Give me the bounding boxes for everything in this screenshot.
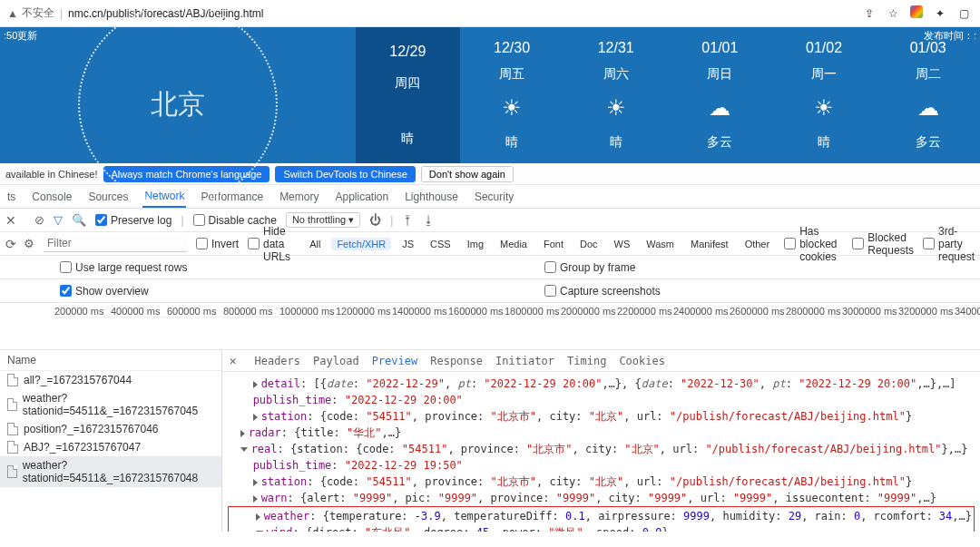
- request-row[interactable]: ABJ?_=1672315767047: [0, 438, 221, 456]
- request-row[interactable]: all?_=1672315767044: [0, 371, 221, 389]
- not-secure-badge[interactable]: ▲ 不安全: [7, 5, 54, 21]
- json-preview[interactable]: detail: [{date: "2022-12-29", pt: "2022-…: [222, 372, 980, 532]
- clear-icon[interactable]: ⊘: [34, 213, 44, 227]
- type-pill[interactable]: Manifest: [685, 238, 734, 250]
- network-split-view: Name all?_=1672315767044weather?stationi…: [0, 350, 980, 532]
- name-column-header[interactable]: Name: [0, 350, 221, 371]
- type-pill[interactable]: Wasm: [641, 238, 680, 250]
- weather-desc: 多云: [707, 134, 732, 151]
- day-date: 12/30: [494, 40, 530, 56]
- forecast-day[interactable]: 01/02 周一 ☀ 晴: [772, 27, 877, 163]
- forecast-day[interactable]: 12/30 周五 ☀ 晴: [460, 27, 564, 163]
- forecast-day[interactable]: 01/01 周日 ☁ 多云: [668, 27, 772, 163]
- response-tab-response[interactable]: Response: [430, 355, 483, 367]
- throttling-select[interactable]: No throttling ▾: [286, 212, 360, 228]
- request-name: weather?stationid=54511&_=1672315767045: [23, 392, 214, 417]
- devtools-tab-sources[interactable]: Sources: [86, 187, 130, 207]
- type-pill[interactable]: JS: [397, 238, 419, 250]
- devtools-tab-application[interactable]: Application: [333, 187, 390, 207]
- day-date: 01/02: [806, 40, 842, 56]
- filter-icon[interactable]: ▽: [54, 213, 63, 227]
- close-response-icon[interactable]: ✕: [230, 354, 237, 367]
- request-name: all?_=1672315767044: [24, 374, 132, 386]
- type-pill[interactable]: All: [304, 238, 326, 250]
- type-pill[interactable]: Img: [462, 238, 489, 250]
- city-name: 北京: [151, 86, 205, 123]
- response-tab-cookies[interactable]: Cookies: [619, 355, 665, 367]
- timeline-tick: 600000 ms: [167, 306, 220, 317]
- extension-icon[interactable]: [907, 5, 926, 21]
- weather-icon: ☁: [709, 95, 730, 121]
- request-list: Name all?_=1672315767044weather?stationi…: [0, 350, 222, 532]
- network-conditions-icon[interactable]: ⏻: [369, 213, 381, 227]
- day-of-week: 周一: [811, 66, 837, 83]
- type-pill[interactable]: Font: [538, 238, 569, 250]
- separator: |: [60, 7, 63, 20]
- file-icon: [7, 398, 17, 411]
- large-rows-checkbox[interactable]: Use large request rows: [60, 261, 187, 274]
- timeline-tick: 800000 ms: [223, 306, 276, 317]
- request-row[interactable]: weather?stationid=54511&_=1672315767048: [0, 456, 221, 487]
- timeline-tick: 200000 ms: [54, 306, 107, 317]
- window-icon[interactable]: ▢: [955, 7, 973, 20]
- request-row[interactable]: weather?stationid=54511&_=1672315767045: [0, 389, 221, 420]
- file-icon: [7, 465, 17, 478]
- devtools-tab-lighthouse[interactable]: Lighthouse: [403, 187, 460, 207]
- reload-icon[interactable]: ⟳: [5, 237, 16, 251]
- filter-input[interactable]: [44, 235, 187, 252]
- puzzle-icon[interactable]: ✦: [931, 7, 949, 20]
- group-by-frame-checkbox[interactable]: Group by frame: [544, 261, 635, 274]
- type-pill[interactable]: Other: [740, 238, 776, 250]
- response-tab-initiator[interactable]: Initiator: [495, 355, 554, 367]
- response-tab-headers[interactable]: Headers: [254, 355, 300, 367]
- publish-time-fragment: 发布时间：:: [920, 27, 980, 44]
- response-panel: ✕ HeadersPayloadPreviewResponseInitiator…: [222, 350, 980, 532]
- day-date: 12/31: [598, 40, 634, 56]
- blocked-requests-checkbox[interactable]: Blocked Requests: [852, 231, 914, 257]
- type-pill[interactable]: CSS: [425, 238, 456, 250]
- response-tab-preview[interactable]: Preview: [372, 355, 418, 367]
- forecast-row: 12/29 周四 晴12/30 周五 ☀ 晴12/31 周六 ☀ 晴01/01 …: [356, 27, 980, 163]
- timeline-tick: 3000000 ms: [842, 306, 895, 317]
- type-pill[interactable]: Doc: [574, 238, 603, 250]
- response-tab-timing[interactable]: Timing: [567, 355, 606, 367]
- devtools-tab-ts[interactable]: ts: [5, 187, 17, 207]
- weather-icon: ☀: [814, 95, 834, 121]
- show-overview-checkbox[interactable]: Show overview: [60, 285, 149, 298]
- weather-desc: 晴: [610, 134, 622, 151]
- settings-icon[interactable]: ⚙: [24, 237, 34, 250]
- share-icon[interactable]: ⇪: [860, 7, 878, 20]
- switch-chinese-button[interactable]: Switch DevTools to Chinese: [275, 166, 415, 182]
- day-of-week: 周五: [499, 66, 524, 83]
- weather-icon: ☀: [502, 95, 522, 121]
- type-pill[interactable]: Media: [495, 238, 533, 250]
- capture-screenshots-checkbox[interactable]: Capture screenshots: [544, 285, 661, 298]
- invert-checkbox[interactable]: Invert: [196, 238, 239, 250]
- devtools-tab-memory[interactable]: Memory: [278, 187, 320, 207]
- forecast-day[interactable]: 12/31 周六 ☀ 晴: [564, 27, 668, 163]
- export-icon[interactable]: ⭳: [423, 213, 435, 227]
- request-name: weather?stationid=54511&_=1672315767048: [23, 459, 214, 484]
- type-pill[interactable]: WS: [609, 238, 636, 250]
- import-icon[interactable]: ⭱: [402, 213, 414, 227]
- devtools-tab-console[interactable]: Console: [30, 187, 74, 207]
- close-icon[interactable]: ✕: [5, 213, 16, 228]
- dont-show-again-button[interactable]: Don't show again: [421, 166, 514, 182]
- type-pill[interactable]: Fetch/XHR: [331, 238, 391, 250]
- network-timeline[interactable]: 200000 ms400000 ms600000 ms800000 ms1000…: [0, 303, 980, 350]
- request-name: position?_=1672315767046: [24, 423, 158, 435]
- resource-type-pills: AllFetch/XHRJSCSSImgMediaFontDocWSWasmMa…: [304, 238, 775, 250]
- weather-desc: 晴: [401, 131, 414, 147]
- request-row[interactable]: position?_=1672315767046: [0, 420, 221, 438]
- forecast-day[interactable]: 12/29 周四 晴: [356, 27, 460, 163]
- preserve-log-checkbox[interactable]: Preserve log: [95, 214, 172, 227]
- devtools-tab-security[interactable]: Security: [473, 187, 515, 207]
- search-icon[interactable]: 🔍: [72, 213, 86, 227]
- network-filter-bar: ⟳ ⚙ Invert Hide data URLs AllFetch/XHRJS…: [0, 232, 980, 256]
- timeline-tick: 2800000 ms: [786, 306, 838, 317]
- forecast-day[interactable]: 01/03 周二 ☁ 多云: [876, 27, 980, 163]
- star-icon[interactable]: ☆: [884, 7, 902, 20]
- timeline-tick: 2400000 ms: [673, 306, 726, 317]
- response-tab-payload[interactable]: Payload: [313, 355, 359, 367]
- city-panel: 北京: [0, 27, 356, 163]
